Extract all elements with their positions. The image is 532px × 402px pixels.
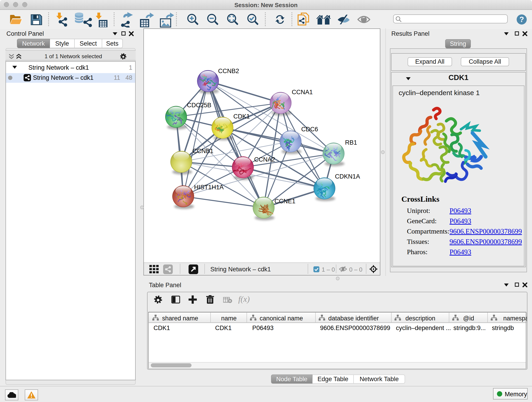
svg-text:CDK1: CDK1 [233,113,250,120]
svg-text:CCNB1: CCNB1 [192,148,214,154]
svg-text:HIST1H1A: HIST1H1A [194,184,224,191]
svg-text:CCNE1: CCNE1 [274,198,296,205]
svg-text:CDKN1A: CDKN1A [335,173,360,180]
svg-text:CCNB2: CCNB2 [218,68,239,75]
svg-text:CDC25B: CDC25B [187,102,211,109]
svg-text:CCNA1: CCNA1 [292,89,313,96]
svg-text:?: ? [519,15,524,24]
svg-text:RB1: RB1 [345,139,357,146]
svg-text:CCNA2: CCNA2 [254,156,275,163]
svg-text:CDC6: CDC6 [301,126,318,133]
